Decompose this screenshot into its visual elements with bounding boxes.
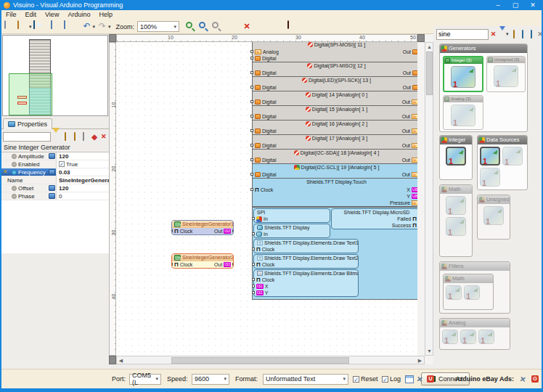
collapse-folder-icon[interactable] bbox=[70, 133, 78, 141]
minimize-button[interactable]: – bbox=[489, 0, 507, 10]
unsigned-item-icon[interactable] bbox=[483, 206, 504, 225]
expand-folder-icon[interactable] bbox=[62, 133, 70, 141]
filter-dropdown-caret[interactable]: ▾ bbox=[506, 31, 509, 37]
digital-input-pin[interactable]: Digital bbox=[253, 99, 278, 105]
bitmap-y-pin[interactable]: I32Y bbox=[254, 290, 358, 296]
connector[interactable] bbox=[250, 100, 253, 103]
menu-help[interactable]: Help bbox=[94, 10, 117, 20]
horizontal-scroll-thumb[interactable] bbox=[171, 357, 349, 364]
expand-all-icon[interactable] bbox=[519, 30, 527, 38]
property-value[interactable]: 120 bbox=[57, 152, 109, 160]
digital-out-pin[interactable]: Out bbox=[401, 49, 417, 55]
category-integer[interactable]: Integer bbox=[439, 135, 473, 180]
draw-text2-block[interactable]: TShields.TFT Display.Elements.Draw Text2… bbox=[253, 254, 359, 269]
clock-input-pin[interactable]: ΠClock bbox=[254, 261, 358, 268]
digital-input-pin[interactable]: Digital bbox=[253, 157, 278, 163]
connector[interactable] bbox=[252, 217, 255, 220]
ads-tools-button[interactable]: ✕ bbox=[520, 373, 526, 385]
enabled-checkbox[interactable]: ✓ bbox=[59, 161, 65, 167]
draw-bitmap-block[interactable]: Shields.TFT Display.Elements.Draw Bitmap… bbox=[253, 269, 359, 297]
category-analog[interactable]: Analog bbox=[439, 318, 510, 350]
board-channel-18[interactable]: Digital(I2C-SDA)[ 18 ]/AnalogIn[ 4 ] Dig… bbox=[252, 150, 417, 164]
data-source-item-icon[interactable] bbox=[480, 147, 500, 166]
close-button[interactable]: ✕ bbox=[524, 0, 542, 10]
tft-touch-section[interactable]: Shields.TFT Display.Touch ΠClock XU8 YU8… bbox=[252, 179, 417, 207]
expand-button[interactable] bbox=[49, 185, 55, 191]
close-palette-icon[interactable]: ✕ bbox=[536, 30, 543, 38]
scroll-left-arrow[interactable]: ◀ bbox=[117, 356, 125, 364]
open-project-button[interactable] bbox=[17, 21, 29, 32]
touch-x-pin[interactable]: XU8 bbox=[388, 187, 417, 193]
ads-stop-button[interactable]: O bbox=[531, 373, 539, 385]
integer-item-icon[interactable] bbox=[446, 147, 466, 166]
tools-button[interactable]: ✕ bbox=[417, 373, 422, 385]
port-combobox[interactable]: COM5 (L▾ bbox=[129, 374, 161, 385]
connector[interactable] bbox=[250, 86, 253, 89]
math-item-icon[interactable] bbox=[446, 217, 466, 236]
analog-item-icon[interactable] bbox=[478, 330, 494, 344]
menu-file[interactable]: File bbox=[1, 10, 21, 20]
bitmap-x-pin[interactable]: I32X bbox=[254, 283, 358, 290]
vertical-scroll-thumb[interactable] bbox=[426, 52, 433, 95]
digital-input-pin[interactable]: Digital bbox=[253, 113, 278, 120]
category-data-sources[interactable]: Data Sources bbox=[477, 135, 528, 190]
data-source-item-icon[interactable] bbox=[480, 168, 500, 187]
clear-search-icon[interactable]: ✕ bbox=[489, 30, 497, 38]
format-combobox[interactable]: Unformatted Text▾ bbox=[263, 374, 348, 385]
property-value[interactable]: 0 bbox=[57, 192, 109, 200]
power-button[interactable]: U bbox=[427, 373, 434, 385]
sine-generator1-component[interactable]: 123SineIntegerGenerator1 ΠClock OutI32 bbox=[171, 220, 234, 235]
touch-pressure-pin[interactable]: Pressure bbox=[388, 200, 417, 206]
expand-button[interactable] bbox=[49, 193, 55, 199]
connector[interactable] bbox=[250, 188, 253, 191]
clock-input-pin[interactable]: ΠClock bbox=[172, 228, 195, 234]
connector[interactable] bbox=[171, 263, 173, 266]
analog-item-icon[interactable] bbox=[442, 330, 458, 344]
clock-input-pin[interactable]: ΠClock bbox=[253, 187, 275, 193]
log-table-button[interactable] bbox=[405, 373, 414, 385]
menu-edit[interactable]: Edit bbox=[21, 10, 41, 20]
scroll-up-arrow[interactable]: ▲ bbox=[425, 43, 433, 51]
board-channel-14[interactable]: Digital[ 14 ]/AnalogIn[ 0 ] Digital Out bbox=[252, 91, 417, 106]
search-filter-icon[interactable] bbox=[498, 30, 506, 38]
board-channel-11[interactable]: Digital(SPI-MOSI)[ 11 ] Analog Digital O… bbox=[252, 42, 417, 62]
clock-input-pin[interactable]: ΠClock bbox=[254, 246, 358, 253]
save-button[interactable] bbox=[33, 21, 45, 32]
toggle-left-panel-button[interactable] bbox=[51, 21, 62, 32]
connector[interactable] bbox=[252, 248, 255, 250]
redo-dropdown-caret[interactable]: ▾ bbox=[108, 24, 111, 30]
category-folder-icon[interactable] bbox=[510, 30, 518, 38]
property-row-phase[interactable]: Phase 0 bbox=[1, 192, 109, 200]
analog-out-pin[interactable]: Out bbox=[400, 157, 417, 163]
connector[interactable] bbox=[250, 144, 253, 147]
undo-button[interactable]: ↶ bbox=[81, 21, 93, 32]
palette-item-unsigned-generator[interactable]: Unsigned (3) bbox=[486, 56, 526, 92]
toggle-grid-button[interactable] bbox=[64, 21, 75, 32]
reset-checkbox[interactable]: ✓Reset bbox=[353, 373, 378, 385]
category-generators[interactable]: Generators Integer (3) Unsigned (3) Anal… bbox=[439, 44, 528, 132]
minimap[interactable] bbox=[2, 35, 108, 116]
board-channel-12[interactable]: Digital(SPI-MISO)[ 12 ] Digital Out bbox=[252, 62, 417, 77]
connector[interactable] bbox=[250, 173, 253, 176]
touch-y-pin[interactable]: YU8 bbox=[388, 193, 417, 200]
clear-properties-icon[interactable]: ✕ bbox=[99, 133, 107, 141]
scroll-down-arrow[interactable]: ▼ bbox=[425, 347, 433, 355]
digital-out-pin[interactable]: Out bbox=[401, 70, 417, 76]
board-channel-15[interactable]: Digital[ 15 ]/AnalogIn[ 1 ] Digital Out bbox=[252, 106, 417, 121]
filter-icon[interactable] bbox=[52, 133, 60, 141]
analog-item-icon[interactable] bbox=[460, 330, 476, 344]
connector[interactable] bbox=[250, 115, 253, 118]
analog-out-pin[interactable]: Out bbox=[400, 171, 417, 178]
property-value[interactable]: 0.03 bbox=[57, 168, 109, 176]
arduino-board-component[interactable]: Digital Digital(SPI-MOSI)[ 11 ] Analog D… bbox=[252, 42, 417, 300]
failed-pin[interactable]: FailedΠ bbox=[332, 216, 417, 222]
analog-out-pin[interactable]: Out bbox=[400, 99, 417, 105]
digital-input-pin[interactable]: Digital bbox=[253, 171, 278, 178]
title-bar[interactable]: Visuino - Visual Arduino Programming – ▢… bbox=[1, 0, 542, 10]
property-value[interactable]: 120 bbox=[57, 184, 109, 192]
delete-button[interactable]: ✕ bbox=[241, 21, 253, 32]
connector[interactable] bbox=[232, 263, 234, 266]
connector[interactable] bbox=[232, 229, 234, 232]
collapse-all-icon[interactable] bbox=[528, 30, 536, 38]
connector[interactable] bbox=[252, 278, 255, 281]
